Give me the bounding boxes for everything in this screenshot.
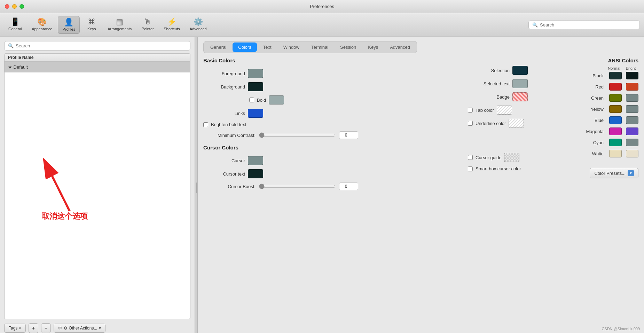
cursor-guide-swatch[interactable]	[504, 153, 519, 162]
tab-general[interactable]: General	[205, 42, 232, 52]
foreground-swatch[interactable]	[248, 69, 263, 78]
remove-profile-button[interactable]: −	[41, 323, 51, 333]
colors-tab-content: Basic Colors Foreground Background	[203, 57, 638, 333]
foreground-label: Foreground	[203, 71, 245, 76]
ansi-normal-swatch[interactable]	[609, 83, 622, 91]
background-swatch[interactable]	[248, 82, 263, 91]
tab-bar: General Colors Text Window Terminal Sess…	[203, 41, 417, 53]
tab-terminal[interactable]: Terminal	[306, 42, 334, 52]
cursor-guide-checkbox[interactable]	[468, 155, 473, 160]
links-row: Links	[203, 109, 457, 118]
ansi-normal-swatch[interactable]	[609, 150, 622, 157]
ansi-row-name: Magenta	[586, 129, 604, 134]
toolbar-items: 📱 General 🎨 Appearance 👤 Profiles ⌘ Keys…	[4, 16, 527, 34]
profile-search-input[interactable]	[16, 43, 187, 48]
ansi-row-name: White	[592, 151, 604, 156]
underline-color-swatch[interactable]	[509, 119, 524, 128]
ansi-normal-swatch[interactable]	[609, 105, 622, 113]
panel-splitter[interactable]	[195, 37, 198, 333]
min-contrast-slider[interactable]	[259, 132, 336, 138]
toolbar-general-label: General	[8, 27, 22, 31]
badge-label: Badge	[468, 94, 510, 100]
toolbar-keys[interactable]: ⌘ Keys	[81, 16, 102, 34]
left-panel: 🔍 Profile Name ★ Default	[0, 37, 195, 333]
tab-advanced[interactable]: Advanced	[384, 42, 416, 52]
tab-text[interactable]: Text	[258, 42, 277, 52]
presets-dropdown-icon[interactable]: ▾	[628, 170, 634, 176]
ansi-row-name: Blue	[595, 118, 604, 123]
ansi-row: Blue	[562, 116, 638, 124]
arrangements-icon: ▦	[116, 18, 123, 26]
toolbar-search-box[interactable]: 🔍	[528, 21, 640, 29]
toolbar-general[interactable]: 📱 General	[4, 16, 26, 34]
add-profile-button[interactable]: +	[29, 323, 38, 333]
links-swatch[interactable]	[248, 109, 263, 118]
toolbar-shortcuts[interactable]: ⚡ Shortcuts	[159, 16, 184, 34]
tab-window[interactable]: Window	[278, 42, 305, 52]
tab-session[interactable]: Session	[335, 42, 362, 52]
ansi-header-row: Normal Bright	[562, 66, 638, 70]
ansi-bright-swatch[interactable]	[626, 116, 638, 124]
min-contrast-label: Minimum Contrast:	[203, 133, 256, 138]
close-button[interactable]	[5, 4, 9, 9]
ansi-bright-swatch[interactable]	[626, 127, 638, 135]
color-presets-button[interactable]: Color Presets... ▾	[590, 168, 638, 178]
cursor-text-swatch[interactable]	[248, 169, 263, 178]
smart-box-checkbox[interactable]	[468, 166, 473, 171]
tab-keys[interactable]: Keys	[362, 42, 384, 52]
other-actions-button[interactable]: ⚙ ⚙ Other Actions... ▾	[54, 324, 105, 333]
ansi-bright-swatch[interactable]	[626, 150, 638, 157]
bold-row: Bold	[203, 95, 457, 104]
ansi-bright-swatch[interactable]	[626, 83, 638, 91]
ansi-normal-swatch[interactable]	[609, 116, 622, 124]
toolbar-appearance[interactable]: 🎨 Appearance	[28, 16, 56, 34]
color-presets-label: Color Presets...	[594, 171, 626, 176]
cursor-label: Cursor	[203, 158, 245, 163]
bright-col-label: Bright	[625, 66, 637, 70]
bold-checkbox[interactable]	[249, 98, 254, 102]
spacer2	[468, 132, 551, 153]
cursor-boost-slider[interactable]	[259, 184, 336, 189]
ansi-row-name: Black	[592, 73, 604, 78]
selection-swatch[interactable]	[512, 66, 528, 75]
tab-color-row: Tab color	[468, 106, 551, 115]
profiles-icon: 👤	[64, 18, 73, 26]
tab-colors[interactable]: Colors	[233, 42, 257, 52]
badge-swatch[interactable]	[512, 92, 528, 101]
bold-swatch[interactable]	[269, 95, 284, 104]
selected-text-swatch[interactable]	[512, 79, 528, 88]
ansi-normal-swatch[interactable]	[609, 139, 622, 146]
ansi-bright-swatch[interactable]	[626, 94, 638, 102]
cursor-swatch[interactable]	[248, 156, 263, 165]
toolbar-arrangements[interactable]: ▦ Arrangements	[103, 16, 136, 34]
ansi-bright-swatch[interactable]	[626, 72, 638, 79]
search-input[interactable]	[540, 22, 636, 28]
basic-cursor-section: Basic Colors Foreground Background	[203, 57, 457, 333]
tags-button[interactable]: Tags >	[4, 324, 26, 333]
tab-color-checkbox[interactable]	[468, 108, 473, 113]
profile-list-item[interactable]: ★ Default	[5, 62, 190, 72]
ansi-bright-swatch[interactable]	[626, 105, 638, 113]
toolbar-profiles[interactable]: 👤 Profiles	[58, 16, 80, 34]
selected-text-row: Selected text	[468, 79, 551, 88]
min-contrast-value[interactable]	[339, 131, 358, 139]
ansi-title: ANSI Colors	[562, 57, 638, 63]
toolbar-pointer[interactable]: 🖱 Pointer	[137, 16, 158, 34]
ansi-section: ANSI Colors Normal Bright Black Red Gree…	[562, 57, 638, 333]
ansi-normal-swatch[interactable]	[609, 94, 622, 102]
selection-row: Selection	[468, 66, 551, 75]
minimize-button[interactable]	[12, 4, 17, 9]
ansi-normal-swatch[interactable]	[609, 72, 622, 79]
ansi-bright-swatch[interactable]	[626, 139, 638, 146]
brighten-bold-checkbox[interactable]	[203, 122, 208, 127]
profile-search-box[interactable]: 🔍	[4, 41, 190, 51]
ansi-row: Red	[562, 83, 638, 91]
toolbar-appearance-label: Appearance	[32, 27, 52, 31]
window-controls	[5, 4, 24, 9]
underline-color-checkbox[interactable]	[468, 121, 473, 126]
toolbar-advanced[interactable]: ⚙️ Advanced	[186, 16, 211, 34]
cursor-boost-value[interactable]	[339, 183, 358, 190]
ansi-normal-swatch[interactable]	[609, 127, 622, 135]
tab-color-swatch[interactable]	[497, 106, 512, 115]
maximize-button[interactable]	[19, 4, 24, 9]
